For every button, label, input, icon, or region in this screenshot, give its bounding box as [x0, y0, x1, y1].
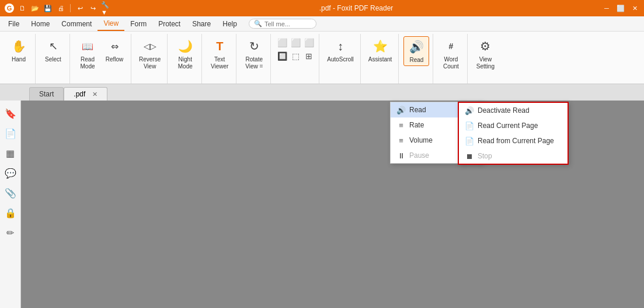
ribbon-group-wordcount: # WordCount	[434, 34, 468, 84]
menu-home[interactable]: Home	[25, 16, 55, 31]
dropdown-volume-label: Volume	[409, 136, 433, 144]
reflow-icon: ⇔	[106, 38, 123, 54]
read-current-page-label: Read Current Page	[478, 122, 538, 130]
rate-icon: ≡	[396, 120, 406, 130]
customize-btn[interactable]: 🔧▼	[101, 4, 110, 13]
menu-file[interactable]: File	[2, 16, 25, 31]
text-viewer-icon: T	[211, 38, 228, 54]
grid-btn-2[interactable]: ⬜	[289, 36, 302, 49]
undo-btn[interactable]: ↩	[75, 4, 85, 13]
sidebar-pages[interactable]: 📄	[2, 125, 19, 141]
left-sidebar: 🔖 📄 ▦ 💬 📎 🔒 ✏	[0, 101, 21, 308]
submenu-stop: ⏹ Stop	[459, 148, 568, 164]
select-btn[interactable]: ↖ Select	[40, 36, 66, 65]
stop-label: Stop	[478, 152, 492, 160]
read-from-current-page-label: Read from Current Page	[478, 137, 554, 145]
reverse-view-btn[interactable]: ◁▷ ReverseView	[136, 36, 163, 72]
open-btn[interactable]: 📂	[30, 4, 40, 13]
grid-btn-3[interactable]: ⬜	[302, 36, 315, 49]
sidebar-security[interactable]: 🔒	[2, 205, 19, 221]
night-mode-icon: 🌙	[177, 38, 193, 54]
menu-view[interactable]: View	[98, 16, 124, 31]
search-input[interactable]	[264, 20, 311, 27]
assistant-btn[interactable]: ⭐ Assistant	[365, 36, 395, 65]
dropdown-read-label: Read	[409, 106, 426, 114]
hand-label: Hand	[12, 56, 26, 63]
menu-form[interactable]: Form	[124, 16, 152, 31]
submenu-deactivate-read[interactable]: 🔊 Deactivate Read	[459, 103, 568, 118]
read-submenu: 🔊 Deactivate Read 📄 Read Current Page 📄 …	[458, 102, 569, 165]
hand-btn[interactable]: ✋ Hand	[6, 36, 32, 65]
text-viewer-label: TextViewer	[211, 56, 228, 70]
ribbon-group-night: 🌙 NightMode	[169, 34, 202, 84]
submenu-read-from-current-page[interactable]: 📄 Read from Current Page	[459, 133, 568, 148]
redo-btn[interactable]: ↪	[88, 4, 98, 13]
grid-btn-4[interactable]: 🔲	[276, 50, 288, 63]
menu-comment[interactable]: Comment	[55, 16, 98, 31]
ribbon-group-read: 🔊 Read	[400, 34, 433, 84]
new-btn[interactable]: 🗋	[18, 4, 27, 13]
sidebar-comment[interactable]: 💬	[2, 165, 19, 181]
sidebar-attachment[interactable]: 📎	[2, 185, 19, 201]
view-setting-btn[interactable]: ⚙ ViewSetting	[472, 36, 498, 72]
tab-start-label: Start	[39, 90, 54, 98]
autoscroll-btn[interactable]: ↕ AutoScroll	[324, 36, 357, 65]
read-mode-label: ReadMode	[80, 56, 95, 70]
word-count-icon: #	[443, 38, 459, 54]
pause-icon: ⏸	[396, 151, 406, 160]
grid-btn-1[interactable]: ⬜	[276, 36, 288, 49]
assistant-label: Assistant	[368, 56, 392, 63]
print-btn[interactable]: 🖨	[56, 4, 65, 13]
read-label: Read	[409, 57, 423, 64]
search-icon: 🔍	[254, 20, 262, 27]
search-bar[interactable]: 🔍	[249, 19, 316, 29]
menu-share[interactable]: Share	[186, 16, 217, 31]
divider	[70, 4, 71, 12]
read-btn[interactable]: 🔊 Read	[403, 36, 429, 66]
menu-protect[interactable]: Protect	[152, 16, 186, 31]
word-count-label: WordCount	[443, 56, 459, 70]
ribbon: ✋ Hand ↖ Select 📖 ReadMode ⇔ Reflow	[0, 32, 644, 84]
read-mode-btn[interactable]: 📖 ReadMode	[75, 36, 100, 72]
submenu-read-current-page[interactable]: 📄 Read Current Page	[459, 118, 568, 133]
deactivate-read-label: Deactivate Read	[478, 106, 530, 115]
sidebar-sign[interactable]: ✏	[2, 224, 19, 241]
save-btn[interactable]: 💾	[43, 4, 53, 13]
view-setting-icon: ⚙	[477, 38, 493, 54]
sidebar-layers[interactable]: ▦	[2, 145, 19, 161]
tabs-bar: Start .pdf ✕	[0, 84, 644, 101]
close-btn[interactable]: ✕	[630, 4, 639, 13]
title-text: .pdf - Foxit PDF Reader	[319, 4, 394, 12]
reverse-view-icon: ◁▷	[142, 38, 158, 54]
ribbon-group-viewsetting: ⚙ ViewSetting	[469, 34, 502, 84]
tab-pdf[interactable]: .pdf ✕	[64, 87, 107, 101]
select-icon: ↖	[45, 38, 61, 54]
title-bar: G 🗋 📂 💾 🖨 ↩ ↪ 🔧▼ .pdf - Foxit PDF Reader…	[0, 0, 644, 16]
word-count-btn[interactable]: # WordCount	[438, 36, 464, 72]
select-label: Select	[45, 56, 61, 63]
read-dropdown-icon: 🔊	[396, 105, 406, 115]
ribbon-group-hand: ✋ Hand	[2, 34, 36, 84]
dropdown-rate-label: Rate	[409, 121, 424, 129]
rotate-view-btn[interactable]: ↻ RotateView =	[241, 36, 267, 72]
ribbon-group-rotate: ↻ RotateView =	[238, 34, 271, 84]
minimize-btn[interactable]: ─	[602, 4, 611, 13]
ribbon-group-text: T TextViewer	[203, 34, 236, 84]
grid-btn-6[interactable]: ⊞	[302, 50, 315, 63]
reflow-btn[interactable]: ⇔ Reflow	[102, 36, 127, 65]
menu-help[interactable]: Help	[217, 16, 243, 31]
sidebar-bookmark[interactable]: 🔖	[2, 105, 19, 122]
dropdown-pause-label: Pause	[409, 151, 429, 160]
window-controls: ─ ⬜ ✕	[602, 4, 639, 13]
assistant-icon: ⭐	[372, 38, 388, 54]
restore-btn[interactable]: ⬜	[616, 4, 625, 13]
text-viewer-btn[interactable]: T TextViewer	[207, 36, 232, 72]
reflow-label: Reflow	[106, 56, 124, 63]
grid-btn-5[interactable]: ⬚	[289, 50, 302, 63]
rotate-view-icon: ↻	[246, 38, 262, 54]
tab-close-btn[interactable]: ✕	[92, 91, 98, 98]
night-mode-btn[interactable]: 🌙 NightMode	[172, 36, 198, 72]
ribbon-group-readmode: 📖 ReadMode ⇔ Reflow	[71, 34, 131, 84]
tab-start[interactable]: Start	[29, 87, 64, 101]
tab-pdf-label: .pdf	[74, 90, 85, 98]
